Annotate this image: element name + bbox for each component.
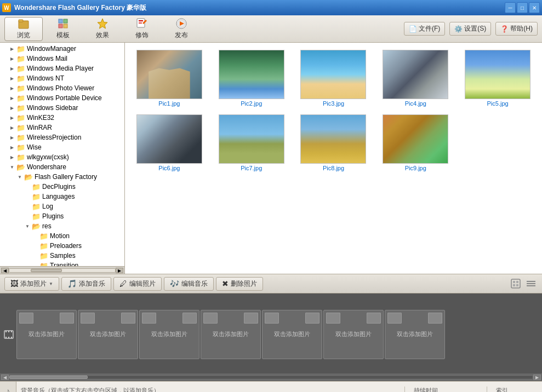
maximize-button[interactable]: □ — [517, 2, 528, 13]
tree-item[interactable]: ▶📁Windows Sidebar — [0, 103, 124, 113]
tree-arrow-icon[interactable] — [23, 202, 32, 211]
settings-view-button[interactable] — [524, 277, 538, 290]
edit-photo-button[interactable]: 🖊 编辑照片 — [113, 277, 162, 291]
add-music-button[interactable]: 🎵 添加音乐 — [61, 277, 111, 291]
edit-music-button[interactable]: 🎶 编辑音乐 — [164, 277, 214, 291]
minimize-button[interactable]: ─ — [505, 2, 516, 13]
scrollbar-thumb[interactable] — [31, 269, 62, 272]
tab-decorate[interactable]: 修饰 — [123, 17, 161, 41]
tree-item[interactable]: 📁Languages — [0, 192, 124, 201]
tree-arrow-icon[interactable]: ▼ — [15, 172, 24, 181]
tree-item[interactable]: ▶📁Windows Media Player — [0, 64, 124, 73]
tree-arrow-icon[interactable]: ▼ — [8, 163, 16, 171]
tree-item[interactable]: ▶📁Windows Photo Viewer — [0, 83, 124, 93]
tree-arrow-icon[interactable]: ▶ — [8, 64, 16, 73]
tab-publish[interactable]: 发布 — [162, 17, 201, 41]
image-item[interactable]: Pic6.jpg — [129, 112, 209, 174]
tree-item[interactable]: 📁DecPlugins — [0, 182, 124, 192]
timeline-slot[interactable]: 双击添加图片 — [323, 310, 384, 359]
tree-arrow-icon[interactable] — [31, 241, 39, 250]
tree-arrow-icon[interactable]: ▶ — [8, 103, 16, 112]
timeline-scroll-right[interactable]: ▶ — [533, 374, 541, 380]
timeline-slot[interactable]: 双击添加图片 — [262, 310, 322, 359]
tab-template[interactable]: 模板 — [44, 17, 82, 41]
tree-item[interactable]: ▶📁WindowManager — [0, 44, 124, 54]
tree-arrow-icon[interactable]: ▶ — [8, 44, 16, 53]
tree-arrow-icon[interactable]: ▶ — [8, 153, 16, 162]
image-item[interactable]: Pic3.jpg — [294, 47, 374, 109]
tree-item[interactable]: ▶📁Wise — [0, 142, 124, 152]
tree-arrow-icon[interactable]: ▶ — [8, 133, 16, 142]
add-photo-button[interactable]: 🖼 添加照片 ▼ — [4, 277, 59, 291]
tree-item[interactable]: ▶📁Windows Portable Device — [0, 93, 124, 103]
image-thumbnail — [300, 50, 366, 99]
delete-photo-button[interactable]: ✖ 删除照片 — [216, 277, 263, 291]
app-title: Wondershare Flash Gallery Factory 豪华版 — [14, 3, 146, 13]
tree-arrow-icon[interactable] — [23, 182, 32, 191]
tree-item[interactable]: ▶📁wlkgyxw(cxsk) — [0, 152, 124, 162]
tree-item[interactable]: 📁Preloaders — [0, 241, 124, 251]
tab-effect[interactable]: 效果 — [83, 17, 122, 41]
tree-item[interactable]: ▼📂res — [0, 221, 124, 231]
tree-arrow-icon[interactable]: ▶ — [8, 113, 16, 122]
tree-item[interactable]: 📁Motion — [0, 231, 124, 241]
timeline-slot[interactable]: 双击添加图片 — [201, 310, 261, 359]
tree-arrow-icon[interactable]: ▶ — [8, 84, 16, 93]
image-item[interactable]: Pic7.jpg — [212, 112, 292, 174]
tree-arrow-icon[interactable]: ▶ — [8, 54, 16, 63]
help-menu-button[interactable]: ❓ 帮助(H) — [495, 22, 538, 36]
tree-arrow-icon[interactable]: ▶ — [8, 94, 16, 102]
tree-horizontal-scrollbar[interactable]: ◀ ▶ — [0, 266, 124, 274]
settings-menu-button[interactable]: ⚙️ 设置(S) — [449, 22, 491, 36]
tree-arrow-icon[interactable] — [23, 192, 32, 201]
scrollbar-right-btn[interactable]: ▶ — [116, 268, 123, 273]
tree-item[interactable]: 📁Plugins — [0, 211, 124, 221]
add-photo-dropdown-icon[interactable]: ▼ — [49, 281, 53, 286]
tree-item-label: wlkgyxw(cxsk) — [27, 153, 69, 161]
tree-arrow-icon[interactable] — [23, 212, 32, 221]
help-icon: ❓ — [500, 25, 509, 33]
tree-item[interactable]: 📁Log — [0, 201, 124, 211]
tree-arrow-icon[interactable]: ▶ — [8, 74, 16, 83]
timeline-scrollbar-thumb[interactable] — [9, 376, 88, 379]
timeline-slot-label: 双击添加图片 — [151, 330, 187, 338]
tree-item[interactable]: ▶📁WirelessProjection — [0, 132, 124, 142]
image-item[interactable]: Pic5.jpg — [458, 47, 538, 109]
tree-item[interactable]: ▶📁Windows Mail — [0, 54, 124, 64]
file-menu-button[interactable]: 📄 文件(F) — [404, 22, 445, 36]
tree-item-label: Log — [42, 203, 53, 210]
tree-item[interactable]: 📁Transition — [0, 261, 124, 266]
image-item[interactable]: Pic2.jpg — [212, 47, 292, 109]
tree-arrow-icon[interactable]: ▶ — [8, 143, 16, 152]
tree-item[interactable]: ▶📁Windows NT — [0, 73, 124, 83]
music-index-header: 索引 — [487, 387, 542, 392]
close-button[interactable]: ✕ — [529, 2, 540, 13]
tab-browse[interactable]: 浏览 — [4, 17, 43, 41]
tree-item[interactable]: 📁Samples — [0, 251, 124, 261]
folder-icon: 📁 — [16, 74, 25, 83]
tree-arrow-icon[interactable] — [31, 232, 39, 240]
timeline-slot[interactable]: 双击添加图片 — [78, 310, 138, 359]
timeline-scrollbar[interactable]: ◀ ▶ — [0, 373, 542, 381]
tree-item[interactable]: ▼📂Flash Gallery Factory — [0, 172, 124, 182]
image-item[interactable]: Pic9.jpg — [375, 112, 455, 174]
timeline-slot[interactable]: 双击添加图片 — [16, 310, 77, 359]
timeline-scroll-left[interactable]: ◀ — [1, 374, 9, 380]
tree-arrow-icon[interactable] — [31, 261, 39, 266]
add-music-label: 添加音乐 — [79, 279, 105, 289]
image-filename: Pic2.jpg — [241, 100, 262, 107]
image-item[interactable]: Pic8.jpg — [294, 112, 374, 174]
tree-item[interactable]: ▶📁WinRAR — [0, 123, 124, 132]
image-item[interactable]: Pic1.jpg — [129, 47, 209, 109]
zoom-fit-button[interactable] — [509, 277, 522, 290]
timeline-slot[interactable]: 双击添加图片 — [139, 310, 199, 359]
image-item[interactable]: Pic4.jpg — [375, 47, 455, 109]
tree-item[interactable]: ▶📁WinKE32 — [0, 113, 124, 123]
timeline-slot[interactable]: 双击添加图片 — [385, 310, 445, 359]
tree-arrow-icon[interactable]: ▼ — [23, 222, 32, 230]
tree-arrow-icon[interactable] — [31, 251, 39, 260]
tree-item[interactable]: ▼📂Wondershare — [0, 162, 124, 172]
tree-arrow-icon[interactable]: ▶ — [8, 123, 16, 132]
scrollbar-left-btn[interactable]: ◀ — [1, 268, 9, 273]
file-tree[interactable]: ▶📁WindowManager▶📁Windows Mail▶📁Windows M… — [0, 43, 124, 266]
